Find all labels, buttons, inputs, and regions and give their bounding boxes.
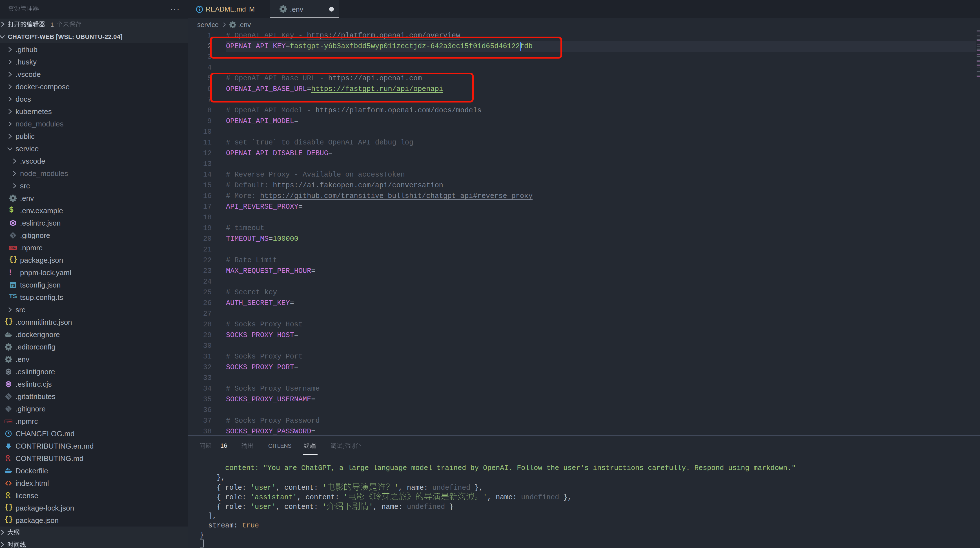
svg-text:TS: TS [11, 283, 16, 288]
svg-text:npm: npm [10, 246, 16, 249]
svg-text:npm: npm [5, 420, 11, 423]
